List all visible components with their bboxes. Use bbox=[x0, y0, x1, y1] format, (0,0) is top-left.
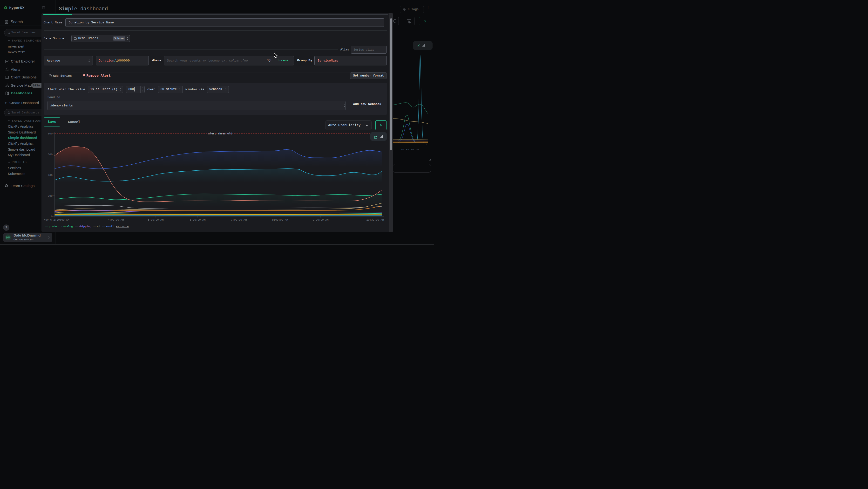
svg-text:9:00:00 AM: 9:00:00 AM bbox=[312, 219, 329, 221]
svg-text:200: 200 bbox=[48, 195, 53, 197]
svg-text:5:00:00 AM: 5:00:00 AM bbox=[148, 219, 163, 221]
svg-text:7:00:00 AM: 7:00:00 AM bbox=[231, 219, 247, 221]
svg-text:10:30:00 AM: 10:30:00 AM bbox=[366, 219, 384, 221]
svg-text:8:00:00 AM: 8:00:00 AM bbox=[272, 219, 288, 221]
svg-text:10:35:00 AM: 10:35:00 AM bbox=[401, 148, 419, 151]
svg-text:Alert Threshold: Alert Threshold bbox=[208, 132, 232, 135]
svg-text:0: 0 bbox=[51, 215, 53, 218]
svg-text:email: email bbox=[106, 225, 114, 228]
svg-text:Nov 6 2:30:00 AM: Nov 6 2:30:00 AM bbox=[44, 219, 69, 221]
svg-text:+12 more: +12 more bbox=[116, 225, 128, 228]
svg-text:product-catalog: product-catalog bbox=[49, 225, 72, 228]
svg-text:6:00:00 AM: 6:00:00 AM bbox=[189, 219, 206, 221]
svg-text:800: 800 bbox=[48, 132, 53, 135]
svg-text:ad: ad bbox=[97, 225, 100, 228]
svg-text:600: 600 bbox=[48, 153, 53, 156]
svg-text:400: 400 bbox=[48, 174, 53, 177]
svg-text:shipping: shipping bbox=[79, 225, 91, 228]
svg-text:4:00:00 AM: 4:00:00 AM bbox=[108, 219, 124, 221]
